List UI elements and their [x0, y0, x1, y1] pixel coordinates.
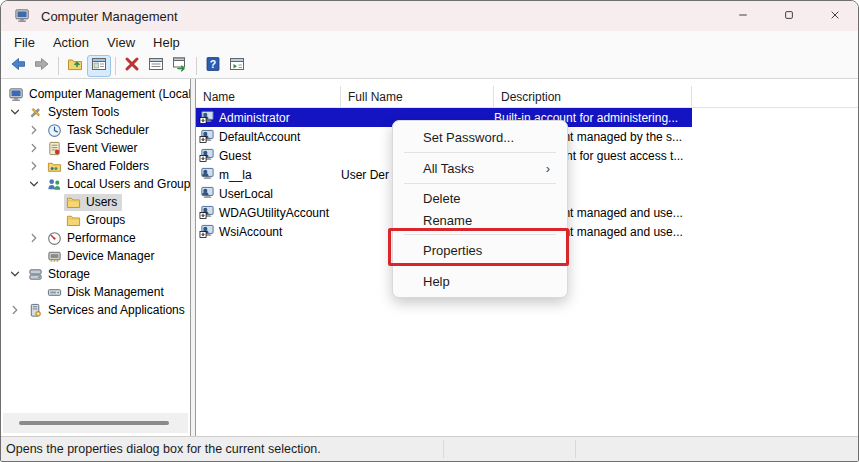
tree-item-performance[interactable]: Performance — [1, 229, 190, 247]
user-name-cell: WsiAccount — [196, 222, 341, 241]
menu-help[interactable]: Help — [144, 33, 189, 52]
column-header-name[interactable]: Name — [196, 86, 341, 107]
tree-item-label: Local Users and Groups — [67, 177, 191, 191]
menu-bar: FileActionViewHelp — [1, 31, 858, 53]
toolbar-button-forward-arrow[interactable] — [30, 55, 54, 77]
tree-item-content: Services and Applications — [26, 302, 190, 319]
context-menu-item-label: Rename — [423, 213, 472, 228]
tree-item-disk-management[interactable]: Disk Management — [1, 283, 190, 301]
user-name-cell: DefaultAccount — [196, 127, 341, 146]
context-menu-item-properties[interactable]: Properties — [396, 238, 564, 262]
services-icon — [28, 303, 43, 318]
tree-item-shared-folders[interactable]: Shared Folders — [1, 157, 190, 175]
user-name-cell: m__la — [196, 165, 341, 184]
tree-item-local-users-and-groups[interactable]: Local Users and Groups — [1, 175, 190, 193]
toolbar-button-show-console-tree[interactable] — [87, 55, 111, 77]
context-menu-separator — [404, 152, 556, 153]
context-menu: Set Password...All Tasks›DeleteRenamePro… — [392, 120, 568, 298]
title-bar: Computer Management — [1, 1, 858, 31]
tree-item-content: Device Manager — [45, 248, 159, 265]
status-text: Opens the properties dialog box for the … — [6, 442, 321, 456]
toolbar-button-up-one-level[interactable] — [63, 55, 87, 77]
chevron-right-icon[interactable] — [8, 303, 22, 317]
context-menu-separator — [404, 265, 556, 266]
tree-item-label: Services and Applications — [48, 303, 185, 317]
help-question-icon: ? — [204, 56, 222, 76]
menu-view[interactable]: View — [98, 33, 144, 52]
toolbar-button-help-question[interactable]: ? — [201, 55, 225, 77]
tree-item-computer-management-local[interactable]: Computer Management (Local — [1, 85, 190, 103]
menu-action[interactable]: Action — [44, 33, 98, 52]
users-groups-icon — [47, 177, 62, 192]
context-menu-item-help[interactable]: Help — [396, 269, 564, 293]
folder-icon — [66, 195, 81, 210]
tree-scrollbar-thumb[interactable] — [19, 421, 169, 425]
context-menu-item-label: Help — [423, 274, 450, 289]
tree-item-task-scheduler[interactable]: Task Scheduler — [1, 121, 190, 139]
tree-item-label: Disk Management — [67, 285, 164, 299]
context-menu-item-label: Properties — [423, 243, 482, 258]
toolbar-button-delete-x[interactable] — [120, 55, 144, 77]
chevron-down-icon[interactable] — [8, 105, 22, 119]
menu-file[interactable]: File — [5, 33, 44, 52]
chevron-right-icon[interactable] — [27, 159, 41, 173]
tree-item-system-tools[interactable]: System Tools — [1, 103, 190, 121]
tree-item-storage[interactable]: Storage — [1, 265, 190, 283]
tree-item-users[interactable]: Users — [1, 193, 190, 211]
performance-icon — [47, 231, 62, 246]
submenu-arrow-icon: › — [546, 161, 550, 176]
column-header-full-name[interactable]: Full Name — [341, 86, 494, 107]
tree-item-label: Event Viewer — [67, 141, 137, 155]
tree-item-content: Disk Management — [45, 284, 169, 301]
toolbar-button-back-arrow[interactable] — [6, 55, 30, 77]
tree-item-content: Local Users and Groups — [45, 176, 191, 193]
chevron-right-icon[interactable] — [27, 123, 41, 137]
tree-item-services-and-applications[interactable]: Services and Applications — [1, 301, 190, 319]
chevron-right-icon[interactable] — [27, 141, 41, 155]
context-menu-item-set-password[interactable]: Set Password... — [396, 125, 564, 149]
tree-horizontal-scrollbar[interactable] — [3, 413, 188, 433]
close-button[interactable] — [812, 1, 858, 31]
console-tree-panel: Computer Management (LocalSystem ToolsTa… — [1, 79, 191, 436]
toolbar-button-show-action-pane[interactable] — [225, 55, 249, 77]
user-name: WDAGUtilityAccount — [219, 206, 329, 220]
context-menu-item-delete[interactable]: Delete — [396, 187, 564, 209]
tree-item-content: Task Scheduler — [45, 122, 154, 139]
user-name-cell: Guest — [196, 146, 341, 165]
toolbar-button-export-list[interactable] — [168, 55, 192, 77]
tree-item-content: Shared Folders — [45, 158, 154, 175]
context-menu-item-rename[interactable]: Rename — [396, 209, 564, 231]
tree-item-content: Users — [64, 194, 122, 211]
maximize-icon — [783, 7, 795, 25]
toolbar-button-properties-window[interactable] — [144, 55, 168, 77]
chevron-down-icon[interactable] — [8, 267, 22, 281]
tree-item-event-viewer[interactable]: Event Viewer — [1, 139, 190, 157]
folder-icon — [66, 213, 81, 228]
storage-icon — [28, 267, 43, 282]
context-menu-separator — [404, 183, 556, 184]
chevron-down-icon[interactable] — [27, 177, 41, 191]
tree-item-label: Storage — [48, 267, 90, 281]
user-name: WsiAccount — [219, 225, 282, 239]
tree-item-label: Groups — [86, 213, 125, 227]
tree-item-device-manager[interactable]: Device Manager — [1, 247, 190, 265]
properties-window-icon — [147, 56, 165, 76]
maximize-button[interactable] — [766, 1, 812, 31]
minimize-button[interactable] — [720, 1, 766, 31]
tree-item-label: Performance — [67, 231, 136, 245]
close-icon — [829, 7, 841, 25]
user-account-icon — [199, 186, 215, 201]
tree-item-label: Shared Folders — [67, 159, 149, 173]
minimize-icon — [737, 7, 749, 25]
toolbar-separator — [58, 57, 59, 75]
tree-item-content: Storage — [26, 266, 95, 283]
user-account-icon-disabled — [199, 205, 215, 220]
user-name-cell: WDAGUtilityAccount — [196, 203, 341, 222]
user-account-icon-disabled — [199, 148, 215, 163]
computer-management-app-icon — [15, 8, 31, 24]
export-list-icon — [171, 56, 189, 76]
chevron-right-icon[interactable] — [27, 231, 41, 245]
column-header-description[interactable]: Description — [494, 86, 692, 107]
tree-item-groups[interactable]: Groups — [1, 211, 190, 229]
context-menu-item-all-tasks[interactable]: All Tasks› — [396, 156, 564, 180]
